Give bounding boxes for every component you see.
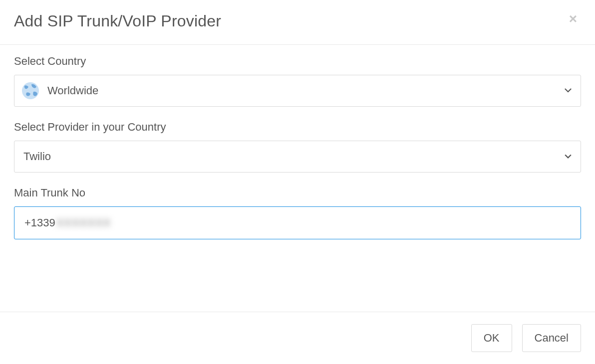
close-icon[interactable]: ×: [565, 10, 581, 28]
cancel-button[interactable]: Cancel: [522, 324, 581, 352]
country-value: Worldwide: [47, 84, 565, 97]
add-sip-trunk-modal: Add SIP Trunk/VoIP Provider × Select Cou…: [0, 0, 595, 364]
trunk-value-redacted: XXXXXXX: [56, 216, 111, 229]
chevron-down-icon: [565, 88, 572, 93]
provider-label: Select Provider in your Country: [14, 121, 581, 134]
country-label: Select Country: [14, 55, 581, 68]
modal-header: Add SIP Trunk/VoIP Provider ×: [0, 0, 595, 45]
trunk-label: Main Trunk No: [14, 186, 581, 199]
chevron-down-icon: [565, 154, 572, 159]
provider-group: Select Provider in your Country Twilio: [14, 121, 581, 173]
globe-icon: [21, 82, 39, 100]
trunk-value-visible: +1339: [24, 216, 55, 229]
svg-point-0: [22, 82, 39, 99]
modal-footer: OK Cancel: [0, 312, 595, 364]
trunk-group: Main Trunk No +1339XXXXXXX: [14, 186, 581, 239]
modal-body: Select Country Worldwide Se: [0, 45, 595, 312]
country-dropdown[interactable]: Worldwide: [14, 75, 581, 107]
trunk-input[interactable]: +1339XXXXXXX: [14, 206, 581, 239]
provider-dropdown[interactable]: Twilio: [14, 141, 581, 173]
provider-value: Twilio: [23, 150, 565, 163]
modal-title: Add SIP Trunk/VoIP Provider: [14, 12, 221, 30]
country-group: Select Country Worldwide: [14, 55, 581, 107]
ok-button[interactable]: OK: [471, 324, 512, 352]
